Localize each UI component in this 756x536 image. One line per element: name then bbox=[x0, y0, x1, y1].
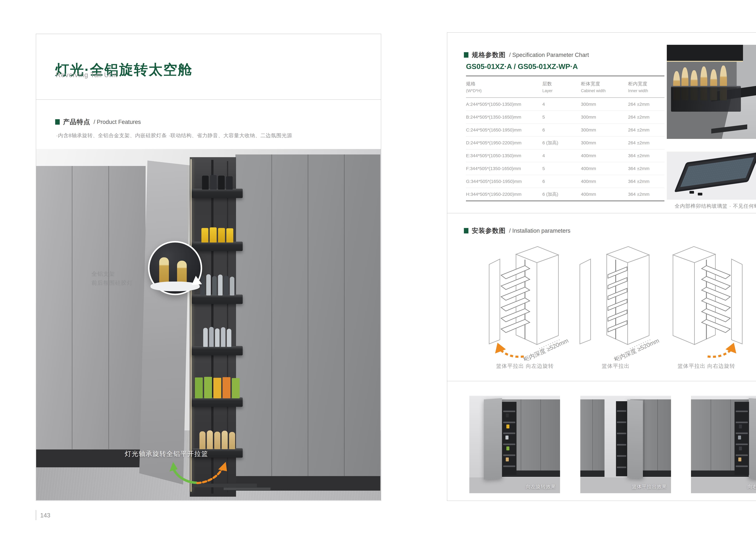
right-page: 规格参数图 / Specification Parameter Chart GS… bbox=[447, 32, 756, 501]
table-row: A:244*505*(1050-1350)mm4300mm264 ±2mm bbox=[466, 98, 664, 111]
install-diagram-straight: 柜内深度 ≥520mm bbox=[570, 241, 661, 361]
opened-door-panel bbox=[139, 160, 190, 485]
model-number: GS05-01XZ·A / GS05-01XZ-WP·A bbox=[466, 62, 578, 71]
hero-callout-text: 全铝支架 前后氛围硅胶灯 bbox=[91, 269, 133, 287]
basket-level-4 bbox=[192, 346, 243, 355]
header-cell: 柜体宽度Cabinet width bbox=[581, 81, 628, 93]
footer-tick bbox=[36, 510, 36, 520]
extended-slide-rail bbox=[224, 487, 270, 490]
feature-bullet: ·内含8轴承旋转、全铝合金支架、内嵌硅胶灯条 bbox=[56, 132, 167, 139]
spec-heading-en: / Specification Parameter Chart bbox=[509, 52, 589, 58]
basket-level-3 bbox=[192, 294, 243, 304]
green-arrowhead-icon bbox=[170, 462, 178, 472]
cabinet-left-group bbox=[36, 166, 145, 467]
rotation-arrows-graphic bbox=[151, 459, 239, 487]
gallery-caption: 向左旋转效果 bbox=[526, 484, 556, 490]
table-row: F:344*505*(1350-1650)mm5400mm364 ±2mm bbox=[466, 162, 664, 175]
basket-level-2 bbox=[192, 242, 243, 251]
page-subtitle: Revolving Tall Unit bbox=[56, 71, 117, 79]
led-light-strip bbox=[191, 159, 192, 492]
features-heading-cn: 产品特点 bbox=[63, 117, 90, 126]
green-square-icon bbox=[464, 228, 468, 233]
features-heading: 产品特点 / Product Features bbox=[55, 117, 141, 126]
hero-bottom-label: 灯光轴承旋转全铝平开拉篮 bbox=[125, 450, 208, 458]
install-heading-cn: 安装参数图 bbox=[472, 226, 506, 235]
title-divider bbox=[36, 99, 381, 100]
spec-photo-tray bbox=[667, 151, 756, 200]
green-square-icon bbox=[464, 52, 468, 58]
callout-line2: 前后氛围硅胶灯 bbox=[91, 278, 133, 287]
glass-shelf-graphic bbox=[150, 282, 200, 291]
orange-arrowhead-icon bbox=[218, 462, 227, 471]
glass-tray-graphic bbox=[674, 152, 756, 192]
cabinet-right-group bbox=[236, 154, 380, 490]
features-heading-en: / Product Features bbox=[94, 119, 141, 125]
feature-bullet: ·联动结构、省力静音、大容量大收纳、二边氛围光源 bbox=[169, 132, 292, 139]
left-page: 灯光·全铝旋转太空舱 Revolving Tall Unit 产品特点 / Pr… bbox=[36, 34, 381, 501]
table-row: H:344*505*(1950-2200)mm6 (加高)400mm364 ±2… bbox=[466, 188, 664, 201]
gallery-caption: 篮体平拉出效果 bbox=[632, 484, 667, 490]
spec-photo-basket bbox=[667, 45, 756, 139]
table-row: B:244*505*(1350-1650)mm5300mm264 ±2mm bbox=[466, 111, 664, 123]
diagram-caption: 篮体平拉出 向左边旋转 bbox=[480, 362, 570, 370]
glass-basket-with-bottles bbox=[671, 65, 741, 112]
table-row: C:244*505*(1650-1950)mm6300mm264 ±2mm bbox=[466, 123, 664, 136]
header-cell: 规格(W*D*H) bbox=[466, 81, 542, 93]
section-divider bbox=[447, 381, 756, 381]
spec-heading-cn: 规格参数图 bbox=[472, 50, 506, 59]
basket-items-cartons bbox=[194, 377, 240, 398]
spec-table: 规格(W*D*H) 层数Layer 柜体宽度Cabinet width 柜内宽度… bbox=[466, 76, 664, 201]
catalog-spread: 灯光·全铝旋转太空舱 Revolving Tall Unit 产品特点 / Pr… bbox=[0, 0, 756, 536]
basket-items-cans-dark bbox=[194, 175, 240, 189]
table-row: G:344*505*(1650-1950)mm6400mm364 ±2mm bbox=[466, 175, 664, 188]
spec-heading: 规格参数图 / Specification Parameter Chart bbox=[464, 50, 589, 59]
gallery-photo-pullout: 篮体平拉出效果 bbox=[580, 396, 671, 493]
table-row: D:244*505*(1950-2200)mm6 (加高)300mm264 ±2… bbox=[466, 136, 664, 149]
install-diagram-rotate-left: 柜内深度 ≥520mm bbox=[480, 241, 570, 361]
gallery-photo-rotate-right: 向右旋转效果 bbox=[691, 396, 756, 493]
header-cell: 柜内宽度Inner width bbox=[628, 81, 664, 93]
diagram-caption: 篮体平拉出 bbox=[570, 362, 661, 370]
header-cell: 层数Layer bbox=[542, 81, 581, 93]
basket-level-5 bbox=[192, 397, 243, 407]
connector-clip bbox=[698, 193, 702, 195]
basket-level-1 bbox=[192, 189, 243, 198]
basket-items-cans-yellow bbox=[194, 227, 240, 243]
section-divider bbox=[447, 213, 756, 213]
bottle-graphic bbox=[159, 257, 169, 285]
green-square-icon bbox=[55, 119, 60, 125]
callout-line1: 全铝支架 bbox=[91, 269, 133, 278]
detail-zoom-bubble bbox=[148, 241, 202, 295]
install-heading-en: / Installation parameters bbox=[509, 227, 571, 234]
gallery-photo-rotate-left: 向左旋转效果 bbox=[469, 396, 560, 493]
basket-items-champagne bbox=[194, 430, 240, 449]
table-row: E:344*505*(1050-1350)mm4400mm364 ±2mm bbox=[466, 149, 664, 162]
spec-photo-caption: 全内部榫卯结构玻璃篮 · 不见任何螺丝 bbox=[667, 203, 756, 210]
page-number-left: 143 bbox=[40, 512, 50, 519]
gallery-caption: 向右旋转效果 bbox=[747, 484, 756, 490]
connector-clip bbox=[689, 191, 694, 194]
install-diagram-rotate-right bbox=[661, 241, 752, 361]
basket-items-bottles-clear bbox=[194, 327, 240, 347]
hero-product-photo: 全铝支架 前后氛围硅胶灯 灯光轴承旋转全铝平开拉篮 bbox=[36, 149, 381, 500]
spec-table-header: 规格(W*D*H) 层数Layer 柜体宽度Cabinet width 柜内宽度… bbox=[466, 76, 664, 98]
install-heading: 安装参数图 / Installation parameters bbox=[464, 226, 571, 235]
diagram-caption: 篮体平拉出 向右边旋转 bbox=[661, 362, 752, 370]
